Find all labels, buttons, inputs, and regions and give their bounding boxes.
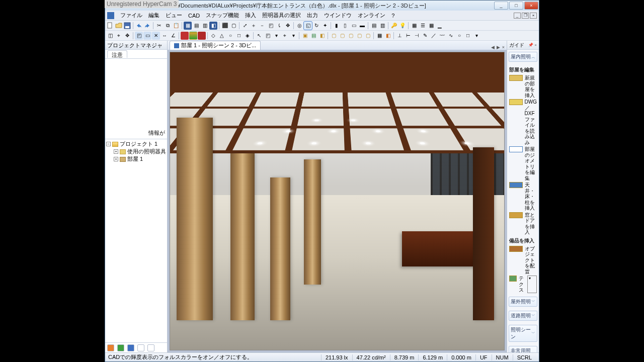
- tool-rect-icon[interactable]: ▭: [143, 32, 151, 40]
- guide-close-icon[interactable]: ×: [534, 43, 537, 47]
- tool-copy-icon[interactable]: ⧉: [164, 22, 172, 30]
- menu-output[interactable]: 出力: [304, 11, 321, 20]
- tool-meas-icon[interactable]: ↔: [160, 32, 169, 40]
- tool-undo-icon[interactable]: [135, 22, 143, 30]
- guide-item-new-room[interactable]: 新規の部屋を挿入: [509, 74, 537, 99]
- guide-item-texture[interactable]: テクス▾: [509, 275, 537, 294]
- guide-item-insert-window[interactable]: 窓とドアを挿入: [509, 212, 537, 236]
- guide-section-emergency[interactable]: 非常用照明﹀: [509, 346, 537, 353]
- tool-room-icon[interactable]: ◫: [106, 32, 114, 40]
- footer-btn-1[interactable]: [107, 344, 114, 351]
- tool-grad-icon[interactable]: [189, 32, 197, 40]
- menu-view[interactable]: ビュー: [163, 11, 185, 20]
- guide-section-road[interactable]: 道路照明﹀: [509, 311, 537, 321]
- document-tab[interactable]: 部屋 1 - 照明シーン 2 - 3Dビ...: [170, 41, 261, 50]
- tool-select-icon[interactable]: ◱: [304, 22, 312, 30]
- tool-sideview-icon[interactable]: ▤: [192, 22, 200, 30]
- footer-btn-5[interactable]: [147, 344, 154, 351]
- menu-edit[interactable]: 編集: [145, 11, 163, 20]
- guide-item-edit-geometry[interactable]: 部屋のジオメトリを編集: [509, 146, 537, 182]
- tool-render-icon[interactable]: ⬛: [221, 22, 229, 30]
- tool-wireframe-icon[interactable]: ▢: [229, 22, 237, 30]
- tree-toggle-icon[interactable]: −: [106, 142, 111, 146]
- tool-dd2-icon[interactable]: ▾: [289, 32, 297, 40]
- tool-zoom-out-icon[interactable]: －: [258, 22, 266, 30]
- 3d-viewport[interactable]: [170, 52, 505, 350]
- tool-folder2-icon[interactable]: ▢: [338, 32, 346, 40]
- tool-frontview-icon[interactable]: ▥: [201, 22, 209, 30]
- tool-square-icon[interactable]: □: [464, 32, 472, 40]
- tool-roam-icon[interactable]: ⤹: [275, 22, 283, 30]
- tool-dd3-icon[interactable]: ▾: [472, 32, 480, 40]
- tool-dim1-icon[interactable]: ⊥: [395, 32, 404, 40]
- guide-section-indoor[interactable]: 屋内照明 ︿: [509, 52, 537, 62]
- tool-snap1-icon[interactable]: ◇: [209, 32, 217, 40]
- tree-child-luminaires[interactable]: + 使用の照明器具: [106, 148, 166, 155]
- tool-snap3-icon[interactable]: ○: [226, 32, 234, 40]
- tool-floorplan-icon[interactable]: ▦: [184, 22, 192, 30]
- tab-close-button[interactable]: ×: [502, 45, 505, 50]
- tool-select2-icon[interactable]: ◰: [135, 32, 143, 40]
- tree-root[interactable]: − プロジェクト 1: [106, 140, 166, 148]
- tab-prev-button[interactable]: ◀: [491, 45, 495, 50]
- footer-btn-2[interactable]: [117, 344, 124, 351]
- tool-poly-icon[interactable]: 〰: [438, 32, 446, 40]
- guide-section-outdoor[interactable]: 屋外照明﹀: [509, 297, 537, 307]
- tool-luminaire4-icon[interactable]: ▬: [358, 22, 366, 30]
- project-tree[interactable]: − プロジェクト 1 + 使用の照明器具 + 部屋 1: [105, 139, 167, 342]
- tool-sel-icon[interactable]: ◰: [264, 32, 272, 40]
- tool-grid-icon[interactable]: ▦: [410, 22, 418, 30]
- tool-curve-icon[interactable]: ∿: [447, 32, 455, 40]
- tool-zoom-in-icon[interactable]: ＋: [250, 22, 258, 30]
- guide-section-scene[interactable]: 照明シーン﹀: [509, 325, 537, 342]
- close-button[interactable]: ×: [524, 2, 538, 10]
- minimize-button[interactable]: _: [494, 2, 508, 10]
- tool-red-icon[interactable]: [181, 32, 189, 40]
- tab-next-button[interactable]: ▶: [497, 45, 500, 50]
- tool-save-icon[interactable]: [123, 22, 131, 30]
- tool-box3-icon[interactable]: ◧: [318, 32, 326, 40]
- tool-cross-icon[interactable]: ✕: [152, 32, 160, 40]
- maximize-button[interactable]: □: [509, 2, 523, 10]
- tool-folder3-icon[interactable]: ▢: [347, 32, 355, 40]
- footer-btn-4[interactable]: [137, 344, 144, 351]
- tool-luminaire3-icon[interactable]: ▭: [350, 22, 358, 30]
- guide-pin-icon[interactable]: 📌: [528, 43, 533, 47]
- menu-snap[interactable]: スナップ機能: [203, 11, 242, 20]
- mdi-minimize[interactable]: _: [514, 13, 521, 19]
- mdi-restore[interactable]: ❐: [522, 13, 529, 19]
- menu-online[interactable]: オンライン: [355, 11, 388, 20]
- menu-insert[interactable]: 挿入: [242, 11, 259, 20]
- menu-cad[interactable]: CAD: [185, 12, 203, 20]
- tool-box2-icon[interactable]: ▤: [309, 32, 317, 40]
- tool-redo-icon[interactable]: [143, 22, 151, 30]
- tool-pan-icon[interactable]: ✥: [284, 22, 292, 30]
- tool-zoom-window-icon[interactable]: ◰: [267, 22, 275, 30]
- tool-chart-icon[interactable]: ▁: [436, 22, 444, 30]
- tool-arrow-icon[interactable]: ↖: [255, 32, 263, 40]
- tool-snap2-icon[interactable]: △: [218, 32, 226, 40]
- tool-folder4-icon[interactable]: ▢: [355, 32, 363, 40]
- tool-circle-icon[interactable]: ○: [455, 32, 463, 40]
- tool-red2-icon[interactable]: [198, 32, 206, 40]
- tool-bulb-icon[interactable]: 💡: [398, 22, 407, 30]
- tool-3dview-icon[interactable]: ◧: [209, 22, 217, 30]
- tool-zoom-all-icon[interactable]: ⤢: [241, 22, 249, 30]
- tool-north-icon[interactable]: ◎: [295, 22, 303, 30]
- footer-btn-3[interactable]: [127, 344, 134, 351]
- tool-list-icon[interactable]: ☰: [419, 22, 427, 30]
- tree-child-room[interactable]: + 部屋 1: [106, 155, 166, 163]
- dropdown-icon[interactable]: ▾: [527, 276, 537, 293]
- guide-item-insert-ceiling[interactable]: 天井・床・柱を挿入: [509, 182, 537, 212]
- tool-snap4-icon[interactable]: □: [235, 32, 243, 40]
- tool-paste-icon[interactable]: 📋: [172, 22, 180, 30]
- tool-target-icon[interactable]: ⌖: [281, 32, 289, 40]
- tool-key-icon[interactable]: 🔑: [390, 22, 398, 30]
- tool-page2-icon[interactable]: ▥: [378, 22, 386, 30]
- tool-edit-icon[interactable]: ✎: [421, 32, 429, 40]
- guide-item-place-object[interactable]: オブジェクトを配置: [509, 245, 537, 276]
- tool-table-icon[interactable]: ▦: [427, 22, 435, 30]
- tool-cut-icon[interactable]: ✂: [155, 22, 163, 30]
- tool-new-icon[interactable]: [106, 22, 114, 30]
- tool-calendar-icon[interactable]: ▦: [375, 32, 383, 40]
